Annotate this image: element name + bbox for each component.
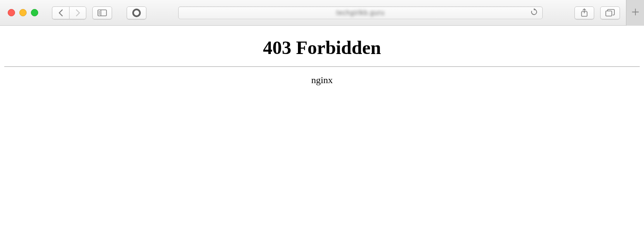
sidebar-toggle-button[interactable]: [92, 6, 112, 19]
url-text: techgirlkb.guru: [336, 9, 384, 17]
address-bar[interactable]: techgirlkb.guru: [178, 6, 543, 19]
page-content: 403 Forbidden nginx: [0, 26, 644, 234]
nav-button-group: [52, 6, 86, 19]
chevron-right-icon: [75, 9, 81, 17]
share-icon: [580, 8, 588, 18]
circle-icon: [132, 9, 141, 17]
forward-button[interactable]: [69, 6, 86, 19]
window-zoom-button[interactable]: [31, 9, 38, 16]
share-button[interactable]: [574, 6, 594, 19]
reload-button[interactable]: [530, 9, 538, 17]
plus-icon: [632, 8, 639, 18]
tabs-button[interactable]: [600, 6, 620, 19]
window-close-button[interactable]: [8, 9, 15, 16]
error-heading: 403 Forbidden: [4, 37, 640, 59]
back-button[interactable]: [52, 6, 69, 19]
sidebar-icon: [97, 9, 107, 16]
window-minimize-button[interactable]: [19, 9, 27, 16]
svg-point-5: [133, 9, 140, 16]
stop-button[interactable]: [127, 6, 146, 19]
svg-rect-8: [606, 11, 612, 16]
share-tabs-cluster: [574, 0, 644, 25]
chevron-left-icon: [58, 9, 64, 17]
browser-toolbar: techgirlkb.guru: [0, 0, 644, 26]
server-name: nginx: [4, 75, 640, 86]
new-tab-button[interactable]: [626, 0, 644, 26]
browser-window: techgirlkb.guru: [0, 0, 644, 234]
window-controls: [8, 9, 38, 16]
divider: [4, 66, 640, 67]
tabs-icon: [605, 9, 615, 17]
reload-icon: [530, 8, 538, 18]
